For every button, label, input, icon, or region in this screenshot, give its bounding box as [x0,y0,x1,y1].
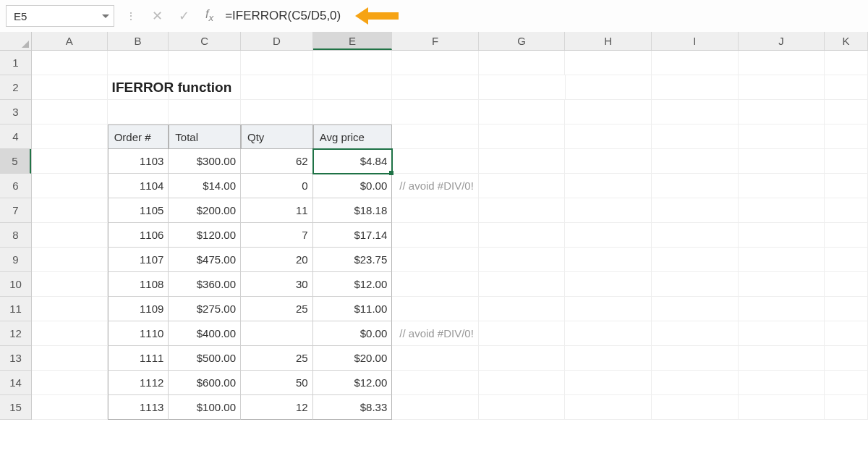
cell-G6[interactable] [479,174,566,198]
cell-G9[interactable] [479,248,566,272]
cell-J8[interactable] [739,223,825,248]
cell-A14[interactable] [32,371,108,395]
cell-K3[interactable] [825,100,868,124]
cell-A9[interactable] [32,248,108,272]
cell-J3[interactable] [739,100,825,124]
cell-H1[interactable] [565,51,652,75]
cell-E6[interactable]: $0.00 [313,174,393,198]
cancel-icon[interactable]: ✕ [152,8,163,24]
col-header-F[interactable]: F [392,32,479,50]
cell-K4[interactable] [825,124,868,149]
col-header-K[interactable]: K [825,32,868,50]
cell-I3[interactable] [652,100,739,124]
cell-F2[interactable] [392,75,479,100]
cell-A6[interactable] [32,174,108,198]
cell-I15[interactable] [652,395,739,420]
cell-C14[interactable]: $600.00 [169,371,241,395]
cell-E14[interactable]: $12.00 [313,371,393,395]
row-header-3[interactable]: 3 [0,100,31,124]
cell-C9[interactable]: $475.00 [169,248,241,272]
cell-J13[interactable] [739,346,825,371]
cell-E5[interactable]: $4.84 [313,149,393,174]
formula-input[interactable]: =IFERROR(C5/D5,0) [225,7,862,25]
row-header-10[interactable]: 10 [0,272,31,297]
cell-A12[interactable] [32,321,108,346]
cell-D1[interactable] [241,51,313,75]
cell-B3[interactable] [108,100,169,124]
row-header-7[interactable]: 7 [0,198,31,223]
cell-D4[interactable]: Qty [241,124,313,149]
cell-F11[interactable] [392,297,479,321]
col-header-C[interactable]: C [169,32,241,50]
cell-H12[interactable] [565,321,652,346]
row-header-1[interactable]: 1 [0,51,31,75]
cell-C7[interactable]: $200.00 [169,198,241,223]
cell-B4[interactable]: Order # [108,124,169,149]
row-header-15[interactable]: 15 [0,395,31,420]
cell-E9[interactable]: $23.75 [313,248,393,272]
cell-K10[interactable] [825,272,868,297]
cell-I10[interactable] [652,272,739,297]
cell-A15[interactable] [32,395,108,420]
cell-J12[interactable] [739,321,825,346]
col-header-I[interactable]: I [652,32,739,50]
cell-H14[interactable] [565,371,652,395]
cell-J10[interactable] [739,272,825,297]
cell-G13[interactable] [479,346,566,371]
cell-J11[interactable] [739,297,825,321]
cell-J15[interactable] [739,395,825,420]
cell-C3[interactable] [169,100,241,124]
cell-K14[interactable] [825,371,868,395]
cell-J14[interactable] [739,371,825,395]
cell-G14[interactable] [479,371,566,395]
cell-K5[interactable] [825,149,868,174]
col-header-G[interactable]: G [479,32,566,50]
row-header-9[interactable]: 9 [0,248,31,272]
cell-I6[interactable] [652,174,739,198]
cell-F15[interactable] [392,395,479,420]
cell-J6[interactable] [739,174,825,198]
cell-I2[interactable] [652,75,739,100]
cell-B1[interactable] [108,51,169,75]
cell-J1[interactable] [739,51,825,75]
cell-F14[interactable] [392,371,479,395]
cell-B13[interactable]: 1111 [108,346,169,371]
cell-C5[interactable]: $300.00 [169,149,241,174]
cell-H6[interactable] [565,174,652,198]
cell-H13[interactable] [565,346,652,371]
cell-B12[interactable]: 1110 [108,321,169,346]
cell-A3[interactable] [32,100,108,124]
cell-C4[interactable]: Total [169,124,241,149]
cell-H4[interactable] [565,124,652,149]
cell-H11[interactable] [565,297,652,321]
cell-C6[interactable]: $14.00 [169,174,241,198]
cell-I1[interactable] [652,51,739,75]
cell-D7[interactable]: 11 [241,198,313,223]
cell-G7[interactable] [479,198,566,223]
cell-B7[interactable]: 1105 [108,198,169,223]
cell-B10[interactable]: 1108 [108,272,169,297]
cell-A13[interactable] [32,346,108,371]
cell-D14[interactable]: 50 [241,371,313,395]
cell-E10[interactable]: $12.00 [313,272,393,297]
cell-F5[interactable] [392,149,479,174]
cell-E4[interactable]: Avg price [313,124,393,149]
row-header-14[interactable]: 14 [0,371,31,395]
cell-B9[interactable]: 1107 [108,248,169,272]
row-header-11[interactable]: 11 [0,297,31,321]
cell-F12[interactable]: // avoid #DIV/0! [392,321,479,346]
row-header-13[interactable]: 13 [0,346,31,371]
cell-E2[interactable] [313,75,393,100]
cell-K13[interactable] [825,346,868,371]
cell-H7[interactable] [565,198,652,223]
select-all-corner[interactable] [0,32,32,51]
vertical-dots-icon[interactable]: ⋮ [126,10,136,22]
cell-D2[interactable] [241,75,313,100]
enter-icon[interactable]: ✓ [179,8,190,24]
cell-B8[interactable]: 1106 [108,223,169,248]
cell-C15[interactable]: $100.00 [169,395,241,420]
cell-E15[interactable]: $8.33 [313,395,393,420]
row-header-4[interactable]: 4 [0,124,31,149]
cell-F4[interactable] [392,124,479,149]
cell-I13[interactable] [652,346,739,371]
